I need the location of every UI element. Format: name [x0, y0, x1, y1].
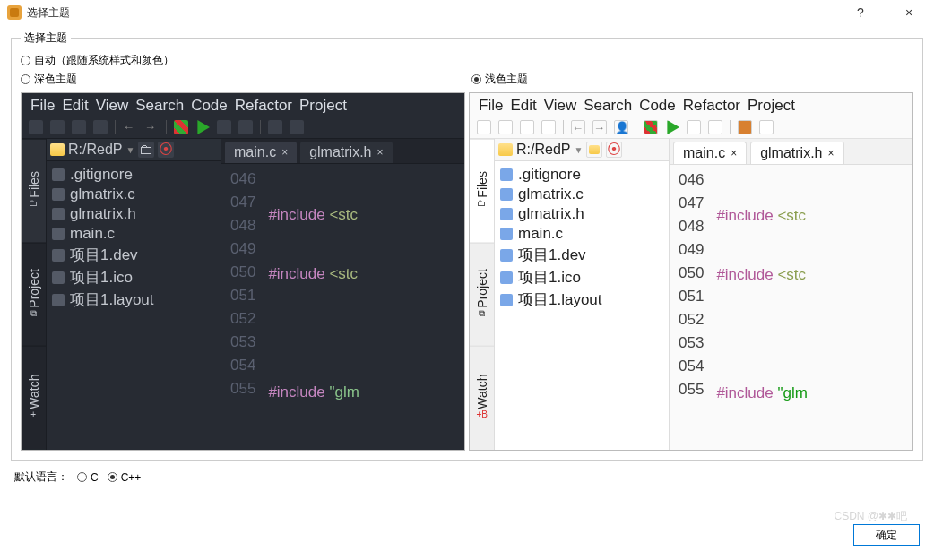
folder-action-icon[interactable] [586, 142, 602, 158]
folder-icon [498, 143, 513, 156]
menu-file[interactable]: File [479, 97, 503, 115]
list-icon[interactable] [759, 120, 774, 134]
back-icon[interactable]: ← [123, 120, 137, 134]
menu-view[interactable]: View [544, 97, 577, 115]
close-icon[interactable]: × [731, 147, 737, 159]
pin-icon[interactable]: ⦿ [158, 142, 174, 158]
build-icon[interactable] [174, 120, 188, 134]
sidetabs-light: 🗀Files ⧉Project +BWatch [470, 139, 495, 450]
radio-auto[interactable]: 自动（跟随系统样式和颜色） [21, 53, 174, 68]
menu-refactor[interactable]: Refactor [235, 97, 292, 115]
sidetab-watch[interactable]: +BWatch [470, 346, 494, 450]
list-item[interactable]: 项目1.dev [50, 244, 217, 266]
theme-group: 选择主题 自动（跟随系统样式和颜色） 深色主题 浅色主题 File Edit V… [11, 30, 923, 461]
tab-glmatrix[interactable]: glmatrix.h× [300, 142, 392, 163]
group-legend: 选择主题 [21, 30, 71, 46]
radio-cpp[interactable]: C++ [108, 471, 142, 484]
radio-light[interactable]: 浅色主题 [471, 72, 528, 87]
tool-icon[interactable] [687, 120, 701, 134]
chevron-down-icon[interactable]: ▼ [125, 145, 134, 155]
sidetab-files[interactable]: 🗀Files [470, 139, 494, 243]
file-list-dark: .gitignore glmatrix.c glmatrix.h main.c … [47, 161, 221, 450]
file-icon [500, 228, 513, 240]
chevron-down-icon[interactable]: ▼ [574, 145, 583, 155]
tab-main[interactable]: main.c× [673, 142, 747, 164]
list-icon[interactable] [290, 120, 304, 134]
list-item[interactable]: 项目1.layout [498, 289, 665, 311]
menu-edit[interactable]: Edit [62, 97, 88, 115]
source[interactable]: #include <stc #include <stc #include "gl… [713, 165, 912, 450]
layout-icon [52, 294, 65, 306]
list-item[interactable]: glmatrix.c [50, 185, 217, 204]
sidetabs-dark: 🗀Files ⧉Project +Watch [22, 139, 47, 450]
ok-button[interactable]: 确定 [853, 524, 920, 546]
path-label[interactable]: R:/RedP [68, 142, 122, 158]
save-icon[interactable] [520, 120, 534, 134]
close-icon[interactable]: × [377, 146, 384, 159]
debug-icon[interactable] [268, 120, 282, 134]
lang-label: 默认语言： [14, 470, 68, 485]
help-button[interactable]: ? [843, 2, 878, 23]
menu-search[interactable]: Search [584, 97, 632, 115]
menu-file[interactable]: File [30, 97, 55, 115]
run-icon[interactable] [665, 120, 679, 134]
build-icon[interactable] [644, 120, 658, 134]
new-icon[interactable] [29, 120, 43, 134]
menu-code[interactable]: Code [191, 97, 228, 115]
list-item[interactable]: main.c [498, 224, 665, 244]
radio-c[interactable]: C [77, 471, 99, 484]
save-icon[interactable] [72, 120, 86, 134]
tab-main[interactable]: main.c× [225, 142, 297, 163]
sidetab-project[interactable]: ⧉Project [470, 243, 494, 347]
list-item[interactable]: 项目1.dev [498, 244, 665, 266]
radio-dark[interactable]: 深色主题 [21, 72, 77, 87]
close-icon[interactable]: × [828, 147, 835, 159]
code-area-light[interactable]: 046047048049050051052053054055 #include … [670, 165, 912, 450]
dev-icon [52, 249, 65, 262]
menu-code[interactable]: Code [639, 97, 676, 115]
list-item[interactable]: 项目1.layout [50, 289, 217, 311]
debug-icon[interactable] [738, 120, 752, 134]
list-item[interactable]: 项目1.ico [50, 266, 217, 289]
back-icon[interactable]: ← [571, 120, 585, 134]
saveall-icon[interactable] [541, 120, 556, 134]
tab-glmatrix[interactable]: glmatrix.h× [750, 142, 843, 164]
menu-refactor[interactable]: Refactor [683, 97, 740, 115]
list-item[interactable]: .gitignore [498, 165, 665, 185]
tool2-icon[interactable] [238, 120, 253, 134]
list-item[interactable]: glmatrix.h [498, 204, 665, 224]
code-area-dark[interactable]: 046047048049050051052053054055 #include … [221, 164, 464, 450]
pin-icon[interactable]: ⦿ [606, 142, 622, 158]
user-icon[interactable]: 👤 [614, 120, 628, 134]
file-icon [500, 188, 513, 201]
path-label[interactable]: R:/RedP [516, 142, 570, 158]
sidetab-project[interactable]: ⧉Project [22, 243, 46, 347]
close-icon[interactable]: × [281, 146, 288, 159]
saveall-icon[interactable] [93, 120, 108, 134]
list-item[interactable]: 项目1.ico [498, 266, 665, 289]
sidetab-watch[interactable]: +Watch [22, 346, 46, 450]
sidetab-files[interactable]: 🗀Files [22, 139, 46, 243]
menu-search[interactable]: Search [135, 97, 184, 115]
fwd-icon[interactable]: → [144, 120, 159, 134]
open-icon[interactable] [50, 120, 65, 134]
fwd-icon[interactable]: → [592, 120, 607, 134]
menu-project[interactable]: Project [299, 97, 347, 115]
new-icon[interactable] [477, 120, 491, 134]
menu-edit[interactable]: Edit [510, 97, 536, 115]
source[interactable]: #include <stc #include <stc #include "gl… [264, 164, 464, 450]
folder-action-icon[interactable]: 🗀 [138, 142, 154, 158]
open-icon[interactable] [498, 120, 513, 134]
list-item[interactable]: glmatrix.h [50, 204, 217, 224]
list-item[interactable]: .gitignore [50, 165, 217, 185]
menu-project[interactable]: Project [748, 97, 795, 115]
tool-icon[interactable] [217, 120, 231, 134]
menu-view[interactable]: View [96, 97, 129, 115]
menubar-light: File Edit View Search Code Refactor Proj… [470, 93, 912, 118]
list-item[interactable]: main.c [50, 224, 217, 244]
list-item[interactable]: glmatrix.c [498, 185, 665, 204]
file-icon [52, 168, 65, 181]
close-button[interactable]: × [891, 2, 927, 23]
tool2-icon[interactable] [708, 120, 722, 134]
run-icon[interactable] [195, 120, 210, 134]
